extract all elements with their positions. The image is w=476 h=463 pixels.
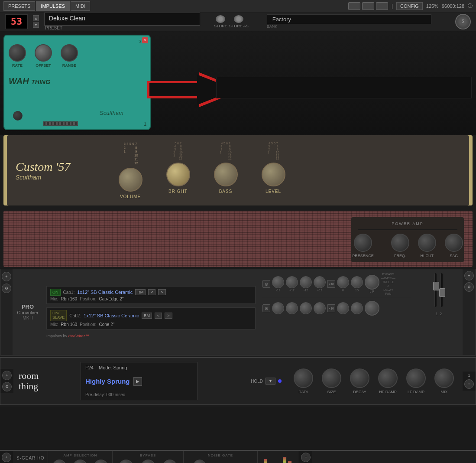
rt-add-btn[interactable]: +: [2, 371, 12, 380]
ampb-knob[interactable]: [94, 460, 108, 463]
hold-label: HOLD: [251, 379, 263, 384]
effects-bypass-g: EFFECTS: [140, 460, 155, 463]
ch2-delay-knob[interactable]: [351, 302, 363, 314]
ch1-z-btn[interactable]: ×10: [327, 280, 335, 288]
win-btn-2[interactable]: [362, 2, 374, 10]
bank-name-field[interactable]: Factory: [267, 14, 431, 24]
sag-knob[interactable]: [445, 234, 463, 252]
bank-label: BANK: [267, 24, 431, 29]
rt-mix-ctrl[interactable]: [434, 368, 454, 388]
level-knob[interactable]: [262, 163, 285, 186]
hicut-knob[interactable]: [418, 234, 436, 252]
ch1-z-knob-group: 0: [337, 276, 349, 292]
win-btn-3[interactable]: [376, 2, 388, 10]
rt-decay-ctrl[interactable]: [350, 368, 369, 388]
sgear-add-btn[interactable]: +: [2, 453, 11, 462]
sgear-r-btn[interactable]: +: [301, 453, 311, 462]
rate-knob-group: RATE: [9, 44, 26, 68]
rt-size-ctrl[interactable]: [322, 368, 341, 388]
bank-section: Factory BANK: [267, 14, 431, 29]
store-group: STORE STORE AS: [214, 15, 249, 28]
preset-name-field[interactable]: Deluxe Clean: [44, 13, 200, 26]
ch1-treble2-knob[interactable]: [314, 276, 326, 288]
win-btn-1[interactable]: [348, 2, 360, 10]
volume-knob[interactable]: [119, 168, 142, 192]
rate-knob[interactable]: [9, 44, 26, 62]
store-btn[interactable]: STORE: [214, 15, 227, 28]
store-as-btn[interactable]: STORE AS: [229, 15, 249, 28]
cab1-rm-btn[interactable]: RM: [135, 289, 146, 295]
rt-mix-knob: MIX: [434, 368, 454, 394]
info-icon[interactable]: ⓘ: [468, 3, 473, 9]
conv-settings-btn[interactable]: ⚙: [2, 284, 11, 293]
conv-r-btn1[interactable]: +: [464, 271, 474, 280]
ch1-delay-group: 10: [351, 276, 363, 292]
rt-hfdamp-ctrl[interactable]: [378, 368, 398, 388]
cab2-onslave-btn[interactable]: ON/SLAVE: [50, 310, 67, 321]
cab1-next-btn[interactable]: >: [158, 289, 165, 295]
midi-btn[interactable]: MIDI: [71, 1, 90, 11]
ch1-delay-lbl: DELAY: [383, 288, 393, 291]
range-knob[interactable]: [61, 44, 78, 62]
impulses-btn[interactable]: IMPULSES: [36, 1, 70, 11]
hold-btn[interactable]: ▼: [266, 378, 275, 385]
fader1-thumb[interactable]: [433, 282, 439, 290]
ch2-pan-knob[interactable]: [365, 301, 379, 316]
rt-r-btn[interactable]: +: [464, 379, 474, 389]
pedal-close-btn[interactable]: ×: [142, 37, 148, 43]
rt-lfdamp-ctrl[interactable]: [406, 368, 426, 388]
rt-lfdamp-label: LF DAMP: [408, 390, 424, 394]
config-btn[interactable]: CONFIG: [396, 2, 423, 10]
presence-label: PRESENCE: [352, 254, 374, 258]
cab1-prev-btn[interactable]: <: [148, 289, 155, 295]
cab1-on-btn[interactable]: ON: [50, 289, 61, 296]
ch1-bass-knob[interactable]: [272, 276, 284, 288]
ch2-knob1[interactable]: [272, 302, 284, 314]
conv-add-btn[interactable]: +: [2, 272, 11, 281]
rt-size-knob: SIZE: [322, 368, 341, 394]
bass-knob[interactable]: [214, 163, 238, 186]
cab2-rm-btn[interactable]: RM: [142, 313, 152, 319]
output-bar-l: [282, 456, 287, 463]
rt-data-label: DATA: [298, 390, 308, 394]
cab2-next-btn[interactable]: >: [165, 313, 172, 319]
bass-knob-group: 4 5 6 73 82 91 10 11 12 BASS: [210, 142, 241, 199]
ch2-bypass-btn[interactable]: ⊘: [262, 304, 270, 312]
pedal-number: 1: [144, 121, 146, 127]
freq-knob[interactable]: [391, 234, 409, 252]
ch1-bass2-knob[interactable]: [286, 276, 298, 288]
ampa-knob[interactable]: [73, 460, 87, 463]
rt-hold-row: HOLD ▼: [251, 378, 282, 385]
cab2-prev-btn[interactable]: <: [155, 313, 162, 319]
wah-small-knob[interactable]: [13, 111, 23, 121]
rt-data-ctrl[interactable]: [294, 368, 313, 388]
presence-knob[interactable]: [354, 234, 372, 252]
tuner-knob[interactable]: [52, 460, 66, 463]
offset-knob[interactable]: [35, 44, 52, 62]
ch2-knob3[interactable]: [300, 302, 312, 314]
rt-info-panel: F24 Mode: Spring Highly Sprung ▶ Pre-del…: [81, 362, 198, 400]
ch2-knob2[interactable]: [286, 302, 298, 314]
rt-settings-btn[interactable]: ⚙: [2, 382, 12, 391]
conv-r-btn2[interactable]: ⚙: [464, 282, 474, 292]
preset-up-btn[interactable]: ▲: [33, 15, 39, 21]
fader2-thumb[interactable]: [439, 288, 445, 297]
threshold-knob[interactable]: [193, 460, 206, 463]
preset-down-btn[interactable]: ▼: [33, 22, 39, 28]
effects-bypass-knob[interactable]: [141, 460, 155, 463]
ch1-z-knob[interactable]: [337, 276, 349, 288]
ch1-treble-lbl: TREBLE: [382, 280, 394, 284]
bright-knob[interactable]: [166, 163, 190, 186]
ch1-treble-knob[interactable]: [300, 276, 312, 288]
ch1-pan-knob[interactable]: [365, 275, 379, 290]
amp-bypass-knob[interactable]: [119, 460, 133, 463]
ch1-delay-knob[interactable]: [351, 276, 363, 288]
ch2-knob4[interactable]: [314, 302, 326, 314]
hicut-knob-group: HI-CUT: [418, 234, 436, 258]
cabs-bypass-knob[interactable]: [163, 460, 177, 463]
ch2-z-knob[interactable]: [337, 302, 349, 314]
rt-next-btn[interactable]: ▶: [133, 377, 142, 386]
ch2-x10-btn[interactable]: ×10: [327, 304, 335, 312]
ch1-bypass-btn[interactable]: ⊘: [262, 280, 270, 288]
presets-btn[interactable]: PRESETS: [3, 1, 35, 11]
